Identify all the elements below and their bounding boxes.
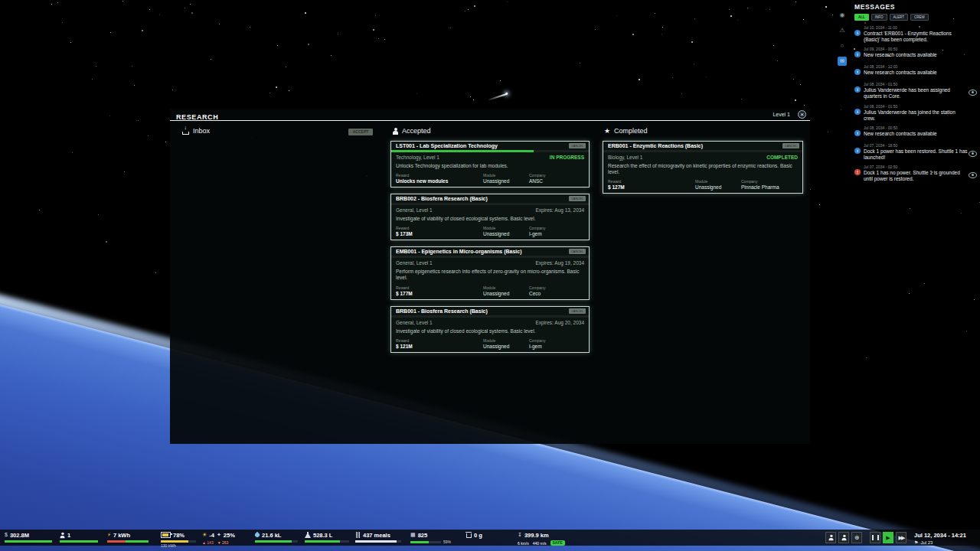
pause-button[interactable]	[870, 532, 880, 543]
altitude-value: 399.9 km	[524, 532, 549, 539]
contract-meta-row: General, Level 1 Expires: Aug 20, 2034	[391, 318, 589, 325]
inbox-icon	[182, 127, 189, 135]
filter-info-button[interactable]: INFO	[871, 14, 887, 21]
battery-stat: 78% 130 kWh	[161, 531, 196, 548]
person-icon	[828, 535, 833, 541]
accept-button[interactable]: ACCEPT	[348, 129, 373, 135]
contract-card[interactable]: ERB001 - Enzymtic Reactions (Basic) CANC…	[603, 141, 803, 194]
battery-capacity: 130 kWh	[161, 543, 196, 548]
contract-category: General, Level 1	[396, 260, 433, 266]
contract-category: Technology, Level 1	[396, 155, 439, 160]
eye-icon[interactable]	[969, 90, 977, 96]
contract-title: EMB001 - Epigenetics in Micro-organisms …	[396, 249, 522, 254]
message-body: Jul 08, 2034 - 01:50 Julius Vanderwerde …	[864, 82, 968, 99]
contract-title-row: EMB001 - Epigenetics in Micro-organisms …	[391, 247, 589, 256]
module-label: Module	[483, 338, 529, 343]
alerts-toggle-icon[interactable]: ⚠	[838, 26, 847, 35]
events-toggle-icon[interactable]: ○	[838, 41, 847, 51]
message-timestamp: Jul 08, 2034 - 01:50	[864, 82, 968, 86]
camera-toggle-icon[interactable]: ◉	[838, 11, 847, 20]
message-item[interactable]: ! Jul 07, 2034 - 02:50 Dock 1 has no pow…	[854, 165, 978, 182]
contract-card[interactable]: EMB001 - Epigenetics in Micro-organisms …	[390, 246, 590, 299]
close-icon[interactable]: ×	[798, 110, 806, 119]
food-bar	[355, 540, 401, 543]
fast-forward-button[interactable]: ▶▶	[896, 532, 906, 543]
power-bar	[107, 540, 149, 543]
money-icon: $	[5, 531, 8, 539]
reward-value: $ 127M	[608, 184, 695, 190]
contract-card[interactable]: LST001 - Lab Specialization Technology C…	[390, 141, 590, 187]
contract-card[interactable]: BRB001 - Biosfera Research (Basic) CANCE…	[390, 306, 590, 353]
crew-window-button[interactable]	[825, 532, 836, 543]
filter-all-button[interactable]: ALL	[854, 14, 869, 21]
module-value: Unassigned	[483, 178, 529, 184]
company-value: Ceco	[529, 291, 584, 296]
company-label: Company	[529, 285, 584, 290]
thermal-stat: ☀ -4 ✦ 25% ▲ 143 ▼ 263	[202, 531, 235, 545]
contract-card[interactable]: BRB002 - Biosfera Research (Basic) CANCE…	[390, 194, 590, 240]
module-value: Unassigned	[483, 344, 529, 349]
message-body: Jul 07, 2034 - 18:50 Dock 1 power has be…	[864, 143, 968, 161]
contract-meta-row: Biology, Level 1 COMPLETED	[603, 152, 802, 160]
company-label: Company	[529, 338, 584, 343]
contract-action-button[interactable]: CANCEL	[569, 196, 586, 201]
message-level-icon: i	[854, 130, 861, 136]
contract-action-button[interactable]: CANCEL	[569, 143, 586, 148]
contract-action-button[interactable]: CANCEL	[569, 249, 586, 254]
contract-meta-row: Technology, Level 1 IN PROGRESS	[391, 152, 589, 160]
filter-crew-button[interactable]: CREW	[910, 14, 929, 21]
research-panel: RESEARCH Level 1 × Inbox ACCEPT Accepted…	[170, 109, 810, 444]
reward-label: Reward	[396, 173, 483, 178]
message-timestamp: Jul 07, 2034 - 18:50	[864, 143, 968, 148]
message-item[interactable]: i Jul 10, 2034 - 11:00 Contract 'ERB001 …	[854, 25, 978, 43]
power-icon: ⚡	[107, 531, 111, 539]
module-value: Unassigned	[695, 184, 741, 190]
contract-title: ERB001 - Enzymtic Reactions (Basic)	[608, 143, 703, 148]
message-text: New research contracts available	[864, 70, 937, 76]
contract-title: BRB001 - Biosfera Research (Basic)	[396, 308, 488, 314]
messages-toggle-icon[interactable]: ✉	[838, 57, 847, 66]
message-item[interactable]: i Jul 08, 2034 - 01:50 Julius Vanderwerd…	[854, 104, 978, 122]
message-item[interactable]: i Jul 09, 2034 - 00:50 New research cont…	[854, 47, 978, 60]
message-item[interactable]: i Jul 07, 2034 - 18:50 Dock 1 power has …	[854, 143, 978, 161]
play-button[interactable]: ▶	[883, 532, 893, 543]
flag-icon: ⚑	[914, 540, 918, 545]
contract-category: Biology, Level 1	[608, 155, 642, 160]
assignments-window-button[interactable]	[838, 532, 849, 543]
messages-title: MESSAGES	[854, 3, 978, 11]
eye-icon[interactable]	[969, 151, 977, 157]
crew-value: 1	[67, 532, 70, 539]
water-icon	[254, 532, 260, 538]
crew-bar	[60, 540, 98, 543]
message-text: Julius Vanderwerde has joined the statio…	[864, 109, 968, 122]
heat-out-value: ▼ 263	[217, 540, 229, 545]
company-value: Pinnacle Pharma	[741, 184, 798, 190]
filter-alert-button[interactable]: ALERT	[890, 14, 908, 21]
status-bar: $ 302.8M 1 ⚡ 7 kWh 78%	[0, 530, 980, 546]
battery-value: 78%	[173, 532, 185, 539]
message-item[interactable]: i Jul 08, 2034 - 01:50 Julius Vanderwerd…	[854, 82, 978, 99]
station-window-button[interactable]: ⊕	[851, 532, 862, 543]
orbit-stat: ↧ 399.9 km 6 km/s 440 m/s SAFE	[518, 531, 565, 546]
message-text: Contract 'ERB001 - Enzymtic Reactions (B…	[864, 31, 968, 43]
contract-title: BRB002 - Biosfera Research (Basic)	[396, 196, 488, 201]
contract-action-button[interactable]: CANCEL	[782, 143, 799, 148]
money-value: 302.8M	[10, 532, 29, 539]
message-item[interactable]: i Jul 08, 2034 - 12:00 New research cont…	[854, 64, 978, 78]
module-label: Module	[695, 179, 741, 184]
meals-icon	[355, 532, 361, 538]
radiator-value: 25%	[224, 532, 235, 539]
flask-icon	[305, 532, 311, 538]
orbit-decay: 440 m/s	[533, 541, 547, 546]
game-viewport: RESEARCH Level 1 × Inbox ACCEPT Accepted…	[0, 0, 980, 551]
person-icon	[841, 535, 846, 541]
completed-column-header: ★ Completed	[604, 127, 648, 135]
contract-action-button[interactable]: CANCEL	[569, 308, 586, 314]
message-level-icon: i	[854, 109, 861, 115]
contract-title-row: ERB001 - Enzymtic Reactions (Basic) CANC…	[603, 142, 802, 150]
trash-icon	[466, 532, 472, 538]
message-item[interactable]: i Jul 08, 2034 - 00:50 New research cont…	[854, 126, 978, 139]
solar-value: -4	[209, 532, 214, 539]
eye-icon[interactable]	[969, 172, 977, 178]
module-label: Module	[483, 226, 529, 230]
